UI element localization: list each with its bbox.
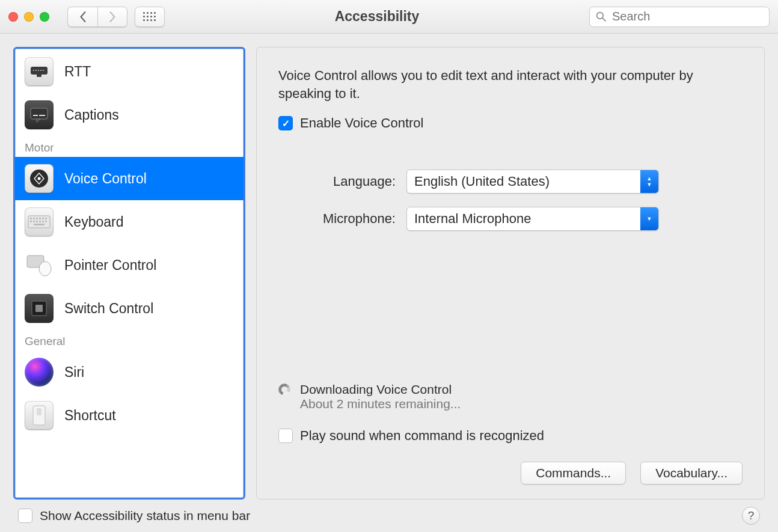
svg-rect-22 — [33, 221, 35, 222]
svg-rect-16 — [33, 218, 35, 219]
svg-rect-20 — [45, 218, 47, 219]
search-icon — [596, 11, 606, 22]
sidebar-item-pointer-control[interactable]: Pointer Control — [15, 243, 244, 287]
svg-point-29 — [39, 261, 51, 276]
chevron-left-icon — [79, 11, 87, 22]
window-title: Accessibility — [172, 8, 582, 25]
play-sound-label: Play sound when command is recognized — [300, 428, 544, 444]
svg-rect-31 — [35, 305, 43, 312]
download-eta: About 2 minutes remaining... — [300, 397, 461, 411]
svg-rect-23 — [36, 221, 38, 222]
rtt-icon — [25, 57, 54, 86]
sidebar-section-motor: Motor — [15, 136, 244, 157]
sidebar-item-keyboard[interactable]: Keyboard — [15, 200, 244, 243]
grid-icon — [143, 12, 156, 22]
close-window-button[interactable] — [8, 12, 18, 22]
sidebar-item-label: Captions — [64, 107, 119, 123]
svg-point-8 — [43, 70, 44, 71]
zoom-window-button[interactable] — [40, 12, 49, 22]
help-icon: ? — [748, 509, 755, 522]
language-label: Language: — [278, 174, 396, 189]
svg-point-4 — [33, 70, 34, 71]
svg-rect-33 — [37, 408, 41, 415]
sidebar-item-label: Voice Control — [64, 171, 147, 187]
microphone-dropdown[interactable]: Internal Microphone ▼ — [406, 207, 659, 231]
svg-rect-11 — [39, 115, 45, 116]
sidebar-item-label: Keyboard — [64, 214, 123, 230]
svg-point-13 — [38, 177, 41, 180]
sidebar-item-siri[interactable]: Siri — [15, 350, 244, 394]
svg-rect-26 — [45, 221, 47, 222]
voice-control-description: Voice Control allows you to edit text an… — [278, 67, 711, 102]
play-sound-checkbox[interactable] — [278, 429, 293, 443]
svg-rect-10 — [33, 115, 38, 116]
vocabulary-button[interactable]: Vocabulary... — [640, 462, 743, 485]
svg-rect-17 — [36, 218, 38, 219]
detail-panel: Voice Control allows you to edit text an… — [256, 47, 765, 500]
chevron-down-icon: ▼ — [640, 207, 658, 230]
back-button[interactable] — [67, 7, 97, 27]
play-sound-row[interactable]: Play sound when command is recognized — [278, 428, 743, 444]
forward-button[interactable] — [97, 7, 127, 27]
nav-back-forward — [67, 7, 127, 27]
show-status-label: Show Accessibility status in menu bar — [40, 509, 250, 523]
enable-voice-control-label: Enable Voice Control — [300, 115, 423, 131]
svg-rect-27 — [34, 224, 44, 225]
download-status: Downloading Voice Control About 2 minute… — [278, 382, 743, 411]
svg-point-7 — [40, 70, 41, 71]
sidebar-item-label: Pointer Control — [64, 257, 156, 274]
siri-icon — [25, 358, 54, 387]
sidebar: RTT Captions Motor Voice Control Keyb — [13, 47, 245, 500]
microphone-value: Internal Microphone — [407, 207, 640, 230]
sidebar-item-switch-control[interactable]: Switch Control — [15, 287, 244, 330]
sidebar-item-label: Switch Control — [64, 301, 153, 317]
svg-rect-9 — [31, 108, 47, 119]
sidebar-item-shortcut[interactable]: Shortcut — [15, 394, 244, 437]
chevron-right-icon — [108, 11, 117, 22]
show-all-button[interactable] — [135, 7, 165, 27]
sidebar-item-voice-control[interactable]: Voice Control — [15, 157, 244, 200]
help-button[interactable]: ? — [742, 507, 760, 525]
sidebar-item-label: Shortcut — [64, 408, 116, 424]
svg-rect-15 — [30, 218, 32, 219]
sidebar-item-label: RTT — [64, 64, 91, 80]
window-titlebar: Accessibility — [0, 0, 778, 34]
sidebar-section-general: General — [15, 330, 244, 350]
enable-voice-control-checkbox[interactable]: ✓ — [278, 116, 293, 130]
svg-line-1 — [602, 18, 605, 21]
spinner-icon — [278, 384, 290, 396]
updown-icon: ▲▼ — [640, 170, 658, 193]
window-footer: Show Accessibility status in menu bar ? — [0, 500, 778, 532]
svg-rect-24 — [39, 221, 41, 222]
enable-voice-control-row[interactable]: ✓ Enable Voice Control — [278, 115, 743, 131]
traffic-lights — [8, 12, 49, 22]
language-value: English (United States) — [407, 170, 640, 193]
search-field[interactable] — [589, 7, 770, 27]
svg-rect-19 — [42, 218, 44, 219]
svg-rect-18 — [39, 218, 41, 219]
voice-control-icon — [25, 164, 54, 193]
svg-rect-21 — [30, 221, 32, 222]
minimize-window-button[interactable] — [24, 12, 34, 22]
commands-button[interactable]: Commands... — [521, 462, 626, 485]
svg-point-5 — [35, 70, 37, 71]
language-dropdown[interactable]: English (United States) ▲▼ — [406, 170, 659, 194]
sidebar-item-captions[interactable]: Captions — [15, 93, 244, 136]
svg-point-6 — [38, 70, 39, 71]
keyboard-icon — [25, 207, 54, 236]
switch-icon — [25, 294, 54, 323]
pointer-icon — [25, 251, 54, 280]
sidebar-item-label: Siri — [64, 364, 84, 381]
download-title: Downloading Voice Control — [300, 382, 461, 397]
svg-rect-3 — [37, 75, 41, 77]
svg-rect-25 — [42, 221, 44, 222]
microphone-label: Microphone: — [278, 211, 396, 227]
sidebar-item-rtt[interactable]: RTT — [15, 50, 244, 93]
captions-icon — [25, 100, 54, 129]
shortcut-icon — [25, 401, 54, 430]
show-status-checkbox[interactable] — [18, 509, 32, 523]
search-input[interactable] — [611, 9, 763, 24]
